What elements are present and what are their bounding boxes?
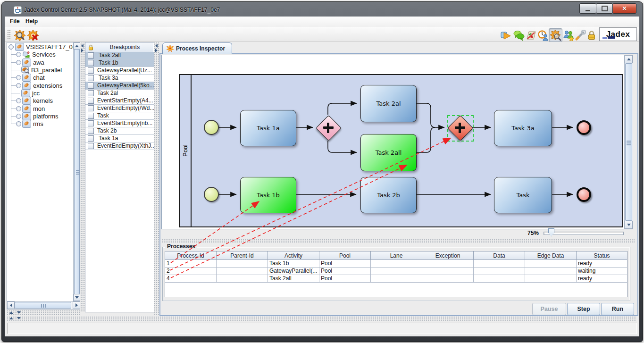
step-button[interactable]: Step [567,303,600,315]
process-row-1[interactable]: 1 Task 1b Pool ready [165,260,627,268]
diagram-table-split-divider[interactable] [161,238,635,243]
column-header[interactable]: Data [474,251,525,260]
tree-breakpoints-split-divider[interactable] [80,42,85,312]
expand-handle-icon[interactable] [16,60,21,65]
expand-up-icon[interactable] [9,311,13,314]
tree-horizontal-scrollbar[interactable] [7,301,81,310]
process-row-2[interactable]: 2 GatewayParallel(... Pool waiting [165,268,627,275]
process-row-3[interactable]: 4 Task 2all Pool ready [165,275,627,283]
breakpoints-inspector-split-divider[interactable] [154,42,159,315]
breakpoint-row[interactable]: EventEndEmpty(XthJ... [85,142,155,150]
breakpoint-checkbox[interactable] [88,128,94,134]
breakpoint-row[interactable]: EventEndEmpty(/Wd... [85,105,155,112]
scroll-left-button[interactable] [7,301,15,309]
process-diagram-canvas[interactable]: Pool [161,55,625,229]
expand-up-icon[interactable] [9,317,13,319]
breakpoint-checkbox[interactable] [88,67,94,74]
expand-handle-icon[interactable] [8,44,14,50]
breakpoints-header-label[interactable]: Breakpoints [96,42,153,52]
zoom-slider-track[interactable] [544,232,624,235]
minimize-button[interactable] [579,3,596,14]
tree-item-kernels[interactable]: kernels [16,97,53,104]
collapse-left-icon[interactable] [155,44,158,48]
column-header[interactable]: Exception [422,251,474,260]
column-header[interactable]: Lane [371,251,422,260]
menu-help[interactable]: Help [25,18,38,25]
tree-item-extensions[interactable]: extensions [16,82,62,89]
scroll-up-button[interactable] [74,42,80,50]
expand-handle-icon[interactable] [16,98,21,103]
end-event-2[interactable] [577,187,591,202]
expand-handle-icon[interactable] [16,83,21,88]
expand-right-icon[interactable] [155,49,158,52]
expand-right-icon[interactable] [81,49,84,52]
breakpoint-checkbox[interactable] [88,113,94,119]
breakpoint-row[interactable]: Task 1b [85,59,155,67]
breakpoint-checkbox[interactable] [88,75,94,81]
task-2b-node[interactable]: Task 2b [360,177,417,213]
breakpoint-row[interactable]: GatewayParallel(5ko... [85,82,155,90]
close-button[interactable]: ✕ [612,3,636,14]
tree-item-root[interactable]: VSISSTAFF17_0e7 [8,43,79,50]
breakpoint-checkbox[interactable] [88,120,94,126]
breakpoint-row[interactable]: Task 1a [85,135,155,142]
tree-item-services[interactable]: Services [16,50,56,58]
breakpoint-checkbox[interactable] [88,143,94,149]
expand-handle-icon[interactable] [16,52,21,57]
start-event-1[interactable] [204,120,219,135]
title-bar[interactable]: Jadex Control Center 2.5-SNAPSHOT (Mai 4… [1,1,642,17]
collapse-down-icon[interactable] [17,317,21,319]
end-event-1[interactable] [577,120,591,135]
pause-button[interactable]: Pause [532,303,566,315]
task-2al-node[interactable]: Task 2al [360,85,417,122]
breakpoint-row[interactable]: Task 2b [85,127,155,135]
breakpoint-checkbox[interactable] [88,60,94,66]
breakpoint-checkbox[interactable] [88,135,94,142]
task-1b-node[interactable]: Task 1b [240,177,296,213]
run-button[interactable]: Run [601,303,634,315]
task-3a-node[interactable]: Task 3a [494,110,552,146]
scroll-down-button[interactable] [74,294,80,301]
task-node[interactable]: Task [494,177,552,213]
diagram-vertical-scrollbar[interactable] [624,55,633,229]
tree-item-awa[interactable]: awa [16,59,44,66]
maximize-button[interactable] [596,3,613,14]
breakpoint-row[interactable]: Task 3a [85,75,155,82]
toolbar-grip[interactable] [7,30,11,39]
column-header[interactable]: Status [577,251,627,260]
breakpoint-row[interactable]: Task [85,112,155,120]
scroll-down-button[interactable] [625,221,633,229]
conversation-icon[interactable] [512,28,526,42]
awareness-icon[interactable] [536,28,550,42]
scroll-up-button[interactable] [625,55,633,63]
starter-icon[interactable] [499,28,512,42]
tree-item-chat[interactable]: chat [16,74,45,81]
breakpoint-checkbox[interactable] [88,98,94,104]
breakpoint-checkbox[interactable] [88,105,94,111]
column-header[interactable]: Pool [319,251,371,260]
breakpoint-row[interactable]: Task 2al [85,90,155,97]
expand-handle-icon[interactable] [16,121,21,126]
scrollbar-thumb[interactable] [625,63,632,221]
collapse-down-icon[interactable] [17,311,21,314]
column-header[interactable]: Activity [268,251,319,260]
collapse-left-icon[interactable] [81,44,84,48]
column-header[interactable]: Parent-Id [217,251,268,260]
breakpoint-checkbox[interactable] [88,83,94,89]
breakpoint-row[interactable]: EventStartEmpty(A4... [85,97,155,105]
breakpoint-row[interactable]: GatewayParallel(Uz... [85,67,155,75]
start-component-icon[interactable] [13,28,26,42]
kill-component-icon[interactable] [26,28,40,42]
component-viewer-icon[interactable] [549,28,562,42]
tree-vertical-scrollbar[interactable] [73,42,81,301]
tree-item-platforms[interactable]: platforms [16,112,58,120]
expand-handle-icon[interactable] [16,106,21,111]
tree-item-b3-parallel[interactable]: B3_parallel [21,66,62,74]
task-2all-node[interactable]: Task 2all [360,134,417,171]
breakpoint-row[interactable]: EventStartEmpty(nb... [85,120,155,127]
task-1a-node[interactable]: Task 1a [240,110,296,146]
menu-file[interactable]: File [10,18,20,25]
statusbar-split-divider[interactable] [7,316,636,321]
breakpoint-checkbox[interactable] [88,52,94,59]
expand-handle-icon[interactable] [16,75,21,80]
